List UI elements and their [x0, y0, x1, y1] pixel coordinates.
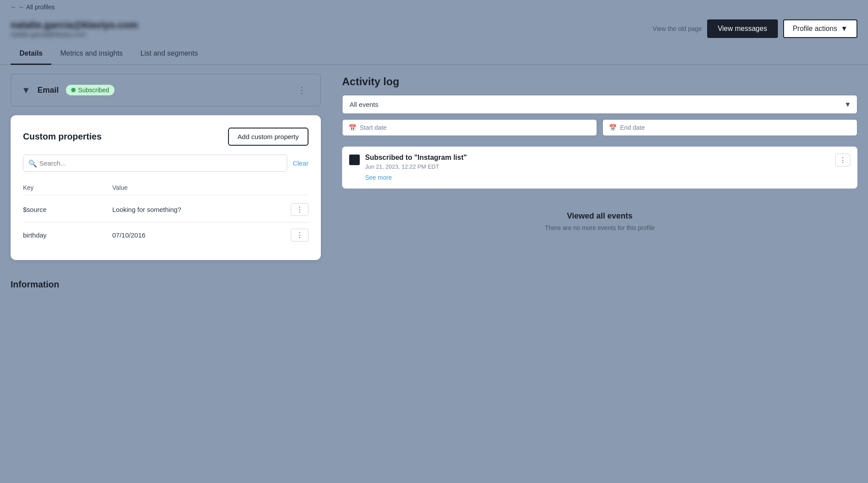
header-actions: View the old page View messages Profile … [653, 19, 857, 38]
prop-key-0: $source [23, 206, 112, 213]
email-card-left: ▼ Email Subscribed [22, 85, 114, 95]
top-header: natalie.garcia@klaviyo.com natalie.garci… [0, 14, 868, 43]
add-custom-property-button[interactable]: Add custom property [228, 128, 308, 146]
view-messages-button[interactable]: View messages [707, 19, 778, 38]
row-0-menu-button[interactable]: ⋮ [291, 203, 308, 216]
subscribed-label: Subscribed [78, 87, 109, 94]
row-1-menu-button[interactable]: ⋮ [291, 229, 308, 242]
events-dropdown[interactable]: All events [342, 95, 857, 114]
tabs-bar: Details Metrics and insights List and se… [0, 43, 868, 65]
main-content: ▼ Email Subscribed ⋮ Custom properties A… [0, 65, 868, 298]
back-arrow-icon: ← [11, 4, 17, 11]
calendar-start-icon: 📅 [349, 124, 356, 131]
email-chevron-icon[interactable]: ▼ [22, 85, 30, 95]
key-column-header: Key [23, 184, 112, 191]
clear-search-button[interactable]: Clear [293, 159, 308, 167]
value-column-header: Value [112, 184, 291, 191]
profile-email-primary: natalie.garcia@klaviyo.com [11, 19, 138, 31]
view-old-page-link[interactable]: View the old page [653, 25, 702, 32]
calendar-end-icon: 📅 [609, 124, 617, 131]
profile-emails: natalie.garcia@klaviyo.com natalie.garci… [11, 19, 138, 38]
back-link[interactable]: ← ← All profiles [11, 4, 857, 11]
prop-key-1: birthday [23, 231, 112, 239]
event-content: Subscribed to "Instagram list" Jun 21, 2… [365, 154, 467, 181]
start-date-input[interactable]: 📅 Start date [342, 119, 597, 136]
profile-actions-button[interactable]: Profile actions ▼ [783, 19, 857, 38]
custom-properties-search-input[interactable] [23, 155, 287, 172]
tab-list[interactable]: List and segments [132, 43, 207, 65]
search-input-wrapper: 🔍 [23, 155, 287, 172]
end-date-input[interactable]: 📅 End date [602, 119, 857, 136]
email-menu-button[interactable]: ⋮ [294, 83, 310, 97]
right-panel: Activity log All events ▼ 📅 Start date 📅… [331, 65, 868, 298]
event-icon [349, 155, 360, 165]
events-dropdown-wrapper: All events ▼ [342, 95, 857, 114]
viewed-all-subtitle: There are no more events for this profil… [351, 224, 849, 231]
table-row: $source Looking for something? ⋮ [23, 197, 308, 223]
start-date-label: Start date [360, 124, 387, 131]
prop-value-0: Looking for something? [112, 206, 291, 213]
viewed-all-title: Viewed all events [351, 211, 849, 221]
date-filters: 📅 Start date 📅 End date [342, 119, 857, 136]
search-container: 🔍 Clear [23, 155, 308, 172]
custom-properties-title: Custom properties [23, 132, 102, 142]
subscribed-badge: Subscribed [66, 85, 114, 95]
profile-actions-label: Profile actions [793, 25, 838, 33]
back-area: ← ← All profiles [0, 0, 868, 14]
information-section: Information [0, 271, 331, 298]
table-row: birthday 07/10/2016 ⋮ [23, 223, 308, 248]
activity-log-title: Activity log [342, 75, 857, 88]
event-time: Jun 21, 2023, 12:22 PM EDT [365, 163, 467, 170]
email-label: Email [38, 86, 59, 95]
email-card: ▼ Email Subscribed ⋮ [11, 74, 321, 106]
custom-properties-card: Custom properties Add custom property 🔍 … [11, 115, 321, 260]
custom-properties-table: Key Value $source Looking for something?… [23, 181, 308, 248]
viewed-all-events: Viewed all events There are no more even… [342, 194, 857, 249]
search-icon: 🔍 [28, 159, 37, 167]
see-more-link[interactable]: See more [365, 174, 392, 181]
custom-properties-header: Custom properties Add custom property [23, 128, 308, 146]
props-table-header: Key Value [23, 181, 308, 195]
tab-metrics[interactable]: Metrics and insights [51, 43, 131, 65]
tab-details[interactable]: Details [11, 43, 51, 65]
left-panel: ▼ Email Subscribed ⋮ Custom properties A… [0, 65, 331, 298]
subscribed-dot-icon [71, 88, 76, 92]
profile-email-secondary: natalie.garcia@klaviyo.com [11, 31, 138, 38]
end-date-label: End date [620, 124, 645, 131]
event-header: Subscribed to "Instagram list" Jun 21, 2… [349, 154, 850, 181]
prop-value-1: 07/10/2016 [112, 231, 291, 239]
event-menu-button[interactable]: ⋮ [835, 154, 850, 166]
event-left: Subscribed to "Instagram list" Jun 21, 2… [349, 154, 467, 181]
event-title: Subscribed to "Instagram list" [365, 154, 467, 162]
activity-event-0: Subscribed to "Instagram list" Jun 21, 2… [342, 147, 857, 189]
information-title: Information [11, 279, 59, 289]
back-link-label: ← All profiles [19, 4, 55, 11]
email-section: ▼ Email Subscribed ⋮ [0, 65, 331, 115]
chevron-down-icon: ▼ [841, 25, 848, 33]
